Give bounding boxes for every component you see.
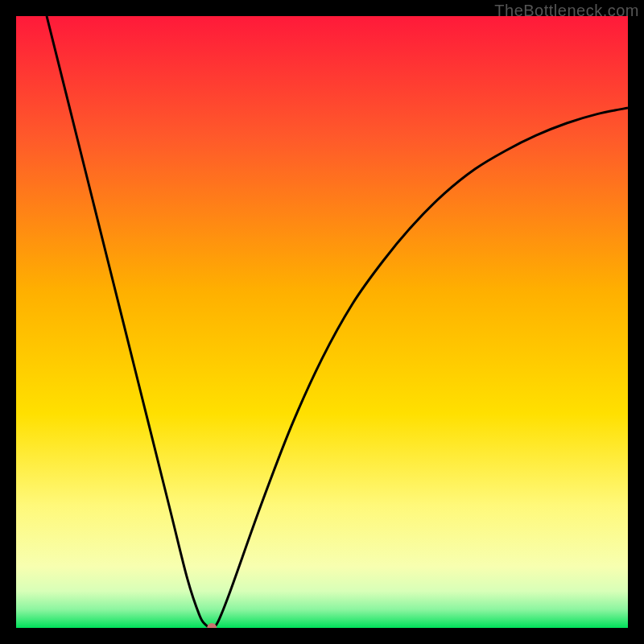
bottleneck-chart <box>16 16 628 628</box>
chart-background <box>16 16 628 628</box>
chart-frame <box>16 16 628 628</box>
